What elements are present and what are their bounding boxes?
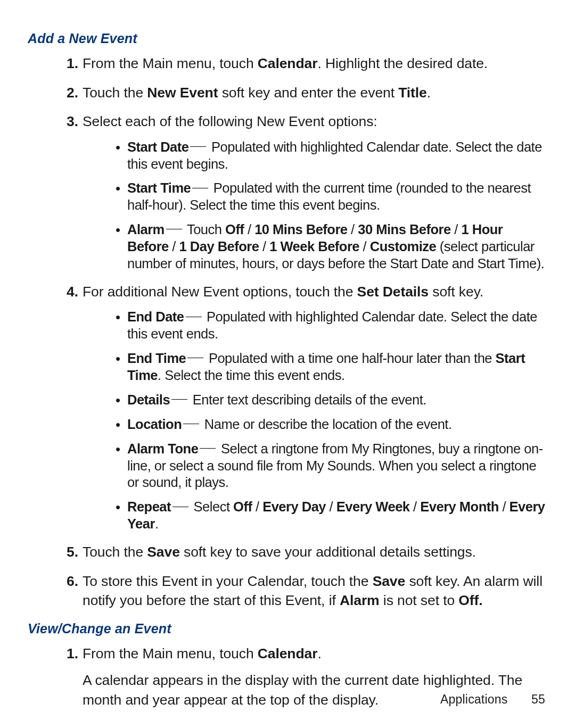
section1.steps.3.bullets.5-run: Every Week bbox=[336, 499, 410, 514]
section1.steps.2.bullets.2-run: / bbox=[451, 222, 462, 237]
sub-bullet-item: End Date Populated with highlighted Cale… bbox=[116, 309, 547, 343]
section1.steps.1-run: soft key and enter the event bbox=[218, 85, 398, 101]
section1.steps.2.bullets.2-run: / bbox=[169, 239, 179, 254]
section1.steps.3.bullets.1-run: End Time bbox=[127, 351, 186, 366]
sub-bullet-list: Start Date Populated with highlighted Ca… bbox=[83, 139, 547, 272]
section-heading-view-change: View/Change an Event bbox=[28, 621, 547, 636]
section1.steps.3-run: For additional New Event options, touch … bbox=[83, 284, 357, 300]
section1.steps.3.bullets.0-run: End Date bbox=[127, 309, 184, 324]
section1.steps.1-run: Title bbox=[398, 85, 427, 101]
manual-page: Add a New Event 1.From the Main menu, to… bbox=[0, 0, 575, 728]
section1.steps.1-run: . bbox=[427, 85, 431, 101]
section1.steps.2.bullets.1-dash bbox=[192, 188, 208, 188]
section1.steps.5-run: To store this Event in your Calendar, to… bbox=[83, 573, 373, 589]
section1.steps.3.bullets.3-run: Name or describe the location of the eve… bbox=[201, 417, 451, 432]
step-item: 4.For additional New Event options, touc… bbox=[62, 282, 547, 533]
section1.steps.5-run: is not set to bbox=[380, 592, 459, 608]
section1.steps.2.bullets.2-run: / bbox=[244, 222, 254, 237]
section1.steps.1-run: Touch the bbox=[83, 85, 147, 101]
section1.steps.3.bullets.2-run: Enter text describing details of the eve… bbox=[189, 392, 426, 407]
sub-bullet-item: Start Time Populated with the current ti… bbox=[116, 180, 547, 214]
step-number: 1. bbox=[58, 54, 78, 73]
section1.steps.3.bullets.0-dash bbox=[186, 317, 202, 317]
sub-bullet-item: Location Name or describe the location o… bbox=[116, 416, 547, 433]
step-body: To store this Event in your Calendar, to… bbox=[83, 573, 543, 609]
sub-bullet-item: Details Enter text describing details of… bbox=[116, 392, 547, 409]
section1.steps.5-run: Save bbox=[373, 573, 406, 589]
step-item: 6.To store this Event in your Calendar, … bbox=[62, 572, 547, 610]
section1.steps.2.bullets.2-run: 1 Week Before bbox=[269, 239, 359, 254]
sub-bullet-item: Start Date Populated with highlighted Ca… bbox=[116, 139, 547, 173]
section1.steps.3.bullets.5-run: Repeat bbox=[127, 499, 171, 514]
steps-list-1: 1.From the Main menu, touch Calendar. Hi… bbox=[28, 54, 547, 610]
section1.steps.3.bullets.5-run: / bbox=[326, 499, 336, 514]
step-body: For additional New Event options, touch … bbox=[83, 284, 483, 300]
step-number: 3. bbox=[58, 112, 78, 131]
section1.steps.5-run: Alarm bbox=[340, 592, 380, 608]
section1.steps.3-run: soft key. bbox=[429, 284, 483, 300]
section1.steps.3.bullets.5-run: Select bbox=[190, 499, 233, 514]
section1.steps.4-run: Touch the bbox=[83, 544, 147, 560]
section1.steps.3.bullets.4-run: Alarm Tone bbox=[127, 441, 198, 456]
section1.steps.2.bullets.2-run: / bbox=[348, 222, 358, 237]
section1.steps.1-run: New Event bbox=[147, 85, 218, 101]
section1.steps.2.bullets.2-run: 30 Mins Before bbox=[358, 222, 450, 237]
sub-bullet-item: Repeat Select Off / Every Day / Every We… bbox=[116, 499, 547, 533]
section1.steps.2.bullets.2-run: Touch bbox=[184, 222, 225, 237]
section1.steps.3.bullets.5-run: / bbox=[410, 499, 421, 514]
step-item: 2.Touch the New Event soft key and enter… bbox=[62, 83, 547, 103]
section1.steps.2.bullets.0-run: Populated with highlighted Calendar date… bbox=[127, 139, 542, 171]
section1.steps.2-run: Select each of the following New Event o… bbox=[83, 113, 377, 129]
section1.steps.2.bullets.2-dash bbox=[166, 229, 182, 229]
section1.steps.0-run: From the Main menu, touch bbox=[83, 55, 258, 71]
section1.steps.3.bullets.4-dash bbox=[200, 448, 216, 449]
section1.steps.2.bullets.1-run: Start Time bbox=[127, 180, 191, 195]
section2.steps.0-run: Calendar bbox=[258, 646, 318, 661]
section1.steps.2.bullets.2-run: Alarm bbox=[127, 222, 165, 237]
sub-bullet-item: End Time Populated with a time one half-… bbox=[116, 350, 547, 384]
section2.steps.0-run: . bbox=[317, 646, 321, 661]
section1.steps.2.bullets.2-run: / bbox=[259, 239, 269, 254]
section1.steps.3.bullets.5-run: / bbox=[252, 499, 262, 514]
page-footer: Applications 55 bbox=[440, 692, 545, 707]
sub-bullet-item: Alarm Touch Off / 10 Mins Before / 30 Mi… bbox=[116, 221, 547, 272]
section1.steps.3.bullets.2-run: Details bbox=[127, 392, 170, 407]
footer-page-number: 55 bbox=[531, 692, 545, 706]
section1.steps.3-run: Set Details bbox=[357, 284, 429, 300]
section1.steps.2.bullets.0-dash bbox=[190, 146, 206, 147]
section1.steps.0-run: . Highlight the desired date. bbox=[317, 55, 488, 71]
step-number: 6. bbox=[58, 572, 78, 591]
section1.steps.4-run: soft key to save your additional details… bbox=[180, 544, 476, 560]
step-item: 1.From the Main menu, touch Calendar. Hi… bbox=[62, 54, 547, 73]
section1.steps.2.bullets.2-run: Customize bbox=[370, 239, 436, 254]
section1.steps.3.bullets.1-run: . Select the time this event ends. bbox=[158, 368, 345, 383]
section1.steps.2.bullets.2-run: 10 Mins Before bbox=[254, 222, 347, 237]
step-number: 2. bbox=[58, 83, 78, 103]
step-item: 5.Touch the Save soft key to save your a… bbox=[62, 542, 547, 562]
footer-section-name: Applications bbox=[440, 692, 507, 706]
section1.steps.5-run: Off. bbox=[458, 592, 482, 608]
section1.steps.3.bullets.5-run: . bbox=[155, 516, 159, 531]
section1.steps.3.bullets.5-run: Off bbox=[233, 499, 252, 514]
step-number: 1. bbox=[58, 644, 78, 664]
section1.steps.3.bullets.5-run: Every Day bbox=[262, 499, 326, 514]
section1.steps.3.bullets.2-dash bbox=[171, 399, 187, 400]
section1.steps.0-run: Calendar bbox=[258, 55, 318, 71]
step-body: Touch the Save soft key to save your add… bbox=[83, 544, 476, 560]
section2.steps.0-run: From the Main menu, touch bbox=[83, 646, 258, 661]
step-item: 3.Select each of the following New Event… bbox=[62, 112, 547, 272]
section1.steps.2.bullets.0-run: Start Date bbox=[127, 139, 188, 154]
step-number: 5. bbox=[58, 542, 78, 562]
section1.steps.3.bullets.5-run: / bbox=[499, 499, 510, 514]
step-body: From the Main menu, touch Calendar. High… bbox=[83, 55, 488, 71]
section1.steps.3.bullets.1-dash bbox=[187, 358, 203, 358]
section1.steps.3.bullets.3-run: Location bbox=[127, 417, 182, 432]
step-body: Select each of the following New Event o… bbox=[83, 113, 377, 129]
section1.steps.2.bullets.2-run: 1 Day Before bbox=[179, 239, 259, 254]
section1.steps.2.bullets.2-run: Off bbox=[225, 222, 244, 237]
section1.steps.3.bullets.3-dash bbox=[183, 424, 199, 424]
section1.steps.2.bullets.2-run: / bbox=[359, 239, 370, 254]
step-body: Touch the New Event soft key and enter t… bbox=[83, 85, 431, 101]
step-number: 4. bbox=[58, 282, 78, 302]
sub-bullet-item: Alarm Tone Select a ringtone from My Rin… bbox=[116, 441, 547, 492]
